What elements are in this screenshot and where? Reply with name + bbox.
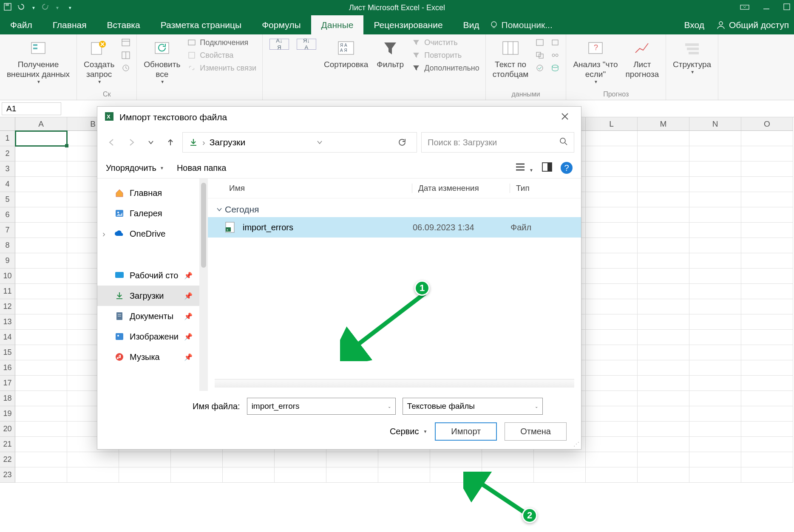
cell-L11[interactable] [586, 284, 638, 299]
cell-L8[interactable] [586, 238, 638, 253]
preview-pane-button[interactable] [542, 162, 552, 174]
qat-customize-icon[interactable]: ▼ [68, 6, 72, 10]
cell-N13[interactable] [689, 314, 741, 330]
remove-dup-button[interactable] [533, 50, 546, 61]
nav-forward-button[interactable] [124, 135, 139, 150]
row-header-16[interactable]: 16 [0, 360, 15, 376]
validation-button[interactable] [533, 62, 546, 74]
filetype-select[interactable]: Текстовые файлы⌄ [403, 398, 543, 415]
cell-L22[interactable] [586, 452, 638, 467]
cell-N11[interactable] [689, 284, 741, 299]
new-query-button[interactable]: Создать запрос▼ [81, 37, 117, 86]
cell-F23[interactable] [275, 467, 326, 483]
sidebar-downloads[interactable]: Загрузки📌 [97, 286, 199, 306]
row-header-11[interactable]: 11 [0, 284, 15, 299]
tab-layout[interactable]: Разметка страницы [150, 15, 252, 34]
cell-G23[interactable] [326, 467, 378, 483]
cell-H23[interactable] [378, 467, 430, 483]
select-all-corner[interactable] [0, 117, 15, 131]
redo-icon[interactable] [41, 3, 49, 13]
text-to-columns-button[interactable]: Текст по столбцам [490, 37, 531, 81]
forecast-sheet-button[interactable]: Лист прогноза [623, 37, 661, 81]
cell-L4[interactable] [586, 177, 638, 192]
cell-L16[interactable] [586, 360, 638, 376]
tools-button[interactable]: Сервис ▼ [390, 427, 427, 436]
refresh-all-button[interactable]: Обновить все▼ [141, 37, 183, 86]
cell-A8[interactable] [15, 238, 67, 253]
cell-M6[interactable] [638, 207, 689, 223]
cell-O20[interactable] [741, 422, 793, 437]
col-header-L[interactable]: L [586, 117, 638, 131]
cell-L13[interactable] [586, 314, 638, 330]
cell-M10[interactable] [638, 269, 689, 284]
cell-L23[interactable] [586, 467, 638, 483]
cell-N7[interactable] [689, 223, 741, 238]
cell-O5[interactable] [741, 192, 793, 207]
cell-N3[interactable] [689, 161, 741, 177]
cell-O13[interactable] [741, 314, 793, 330]
tab-home[interactable]: Главная [43, 15, 97, 34]
cell-N21[interactable] [689, 437, 741, 452]
file-row-import-errors[interactable]: x import_errors 06.09.2023 1:34 Файл [208, 217, 581, 238]
row-header-23[interactable]: 23 [0, 467, 15, 483]
row-header-15[interactable]: 15 [0, 345, 15, 360]
tab-formulas[interactable]: Формулы [252, 15, 311, 34]
sidebar-music[interactable]: Музыка📌 [97, 347, 199, 367]
row-header-8[interactable]: 8 [0, 238, 15, 253]
cell-A21[interactable] [15, 437, 67, 452]
row-header-20[interactable]: 20 [0, 422, 15, 437]
recent-sources-button[interactable] [119, 62, 132, 74]
cell-N10[interactable] [689, 269, 741, 284]
cell-A6[interactable] [15, 207, 67, 223]
cell-A3[interactable] [15, 161, 67, 177]
cell-M22[interactable] [638, 452, 689, 467]
sidebar-pictures[interactable]: Изображени📌 [97, 326, 199, 347]
row-header-7[interactable]: 7 [0, 223, 15, 238]
cell-O9[interactable] [741, 253, 793, 269]
col-date[interactable]: Дата изменения [412, 184, 510, 193]
cell-N15[interactable] [689, 345, 741, 360]
cell-J22[interactable] [482, 452, 534, 467]
import-button[interactable]: Импорт [435, 422, 497, 441]
file-group-today[interactable]: Сегодня [208, 198, 581, 217]
nav-back-button[interactable] [104, 135, 119, 150]
cell-L6[interactable] [586, 207, 638, 223]
cell-A9[interactable] [15, 253, 67, 269]
cell-K22[interactable] [534, 452, 586, 467]
col-header-O[interactable]: O [741, 117, 793, 131]
cell-E23[interactable] [223, 467, 275, 483]
cell-M23[interactable] [638, 467, 689, 483]
sort-az-button[interactable]: А↓Я [267, 37, 292, 53]
cell-M19[interactable] [638, 406, 689, 422]
cancel-button[interactable]: Отмена [505, 422, 567, 441]
row-header-1[interactable]: 1 [0, 131, 15, 146]
cell-N20[interactable] [689, 422, 741, 437]
file-h-scrollbar[interactable] [215, 379, 574, 388]
cell-L20[interactable] [586, 422, 638, 437]
sign-in-button[interactable]: Вход [677, 15, 711, 34]
cell-O14[interactable] [741, 330, 793, 345]
dialog-help-button[interactable]: ? [561, 162, 573, 174]
cell-L17[interactable] [586, 376, 638, 391]
cell-A12[interactable] [15, 299, 67, 314]
cell-O8[interactable] [741, 238, 793, 253]
cell-M21[interactable] [638, 437, 689, 452]
row-header-2[interactable]: 2 [0, 146, 15, 161]
cell-C22[interactable] [119, 452, 171, 467]
cell-A20[interactable] [15, 422, 67, 437]
chevron-down-icon[interactable] [316, 139, 323, 146]
cell-N6[interactable] [689, 207, 741, 223]
nav-recent-dropdown[interactable] [143, 135, 159, 150]
tab-file[interactable]: Файл [0, 15, 43, 34]
sidebar-onedrive[interactable]: ›OneDrive [97, 224, 199, 244]
cell-M5[interactable] [638, 192, 689, 207]
row-header-18[interactable]: 18 [0, 391, 15, 406]
cell-A23[interactable] [15, 467, 67, 483]
cell-M9[interactable] [638, 253, 689, 269]
filter-button[interactable]: Фильтр [373, 37, 407, 71]
flash-fill-button[interactable] [533, 37, 546, 48]
cell-L18[interactable] [586, 391, 638, 406]
cell-A19[interactable] [15, 406, 67, 422]
cell-N8[interactable] [689, 238, 741, 253]
cell-N5[interactable] [689, 192, 741, 207]
